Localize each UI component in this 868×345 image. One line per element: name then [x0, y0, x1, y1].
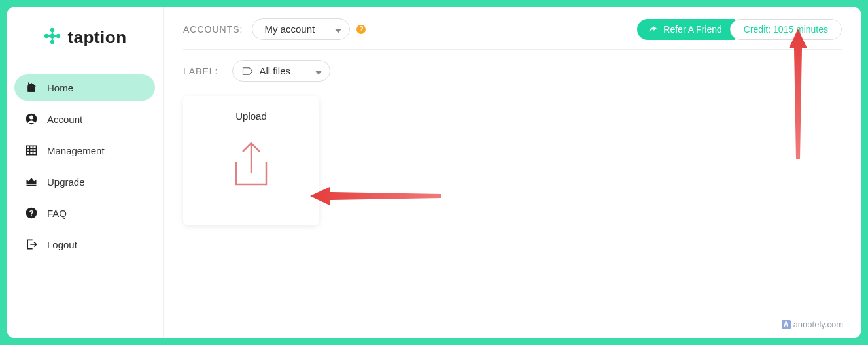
sidebar-item-logout[interactable]: Logout	[14, 231, 155, 257]
watermark-text: annotely.com	[793, 320, 843, 329]
refer-friend-label: Refer A Friend	[663, 24, 722, 35]
account-dropdown[interactable]: My account	[252, 18, 350, 40]
sidebar-item-label: Account	[47, 114, 82, 125]
accounts-label: ACCOUNTS:	[183, 24, 243, 35]
credit-label: Credit: 1015 minutes	[744, 24, 828, 35]
sidebar-item-account[interactable]: Account	[14, 106, 155, 132]
help-icon[interactable]: ?	[356, 25, 366, 34]
sidebar: taption Home Account Management	[7, 7, 164, 338]
faq-icon: ?	[25, 206, 38, 220]
label-label: LABEL:	[183, 66, 218, 76]
content-area: Upload	[183, 96, 842, 225]
topbar-left: ACCOUNTS: My account ?	[183, 18, 366, 40]
svg-rect-13	[27, 146, 37, 154]
upload-card[interactable]: Upload	[183, 96, 319, 225]
svg-rect-9	[28, 83, 29, 85]
label-dropdown[interactable]: All files	[232, 60, 330, 82]
nav: Home Account Management Upgrade	[7, 74, 163, 263]
sidebar-item-faq[interactable]: ? FAQ	[14, 200, 155, 226]
svg-rect-18	[27, 185, 37, 186]
sidebar-item-label: Management	[47, 145, 105, 156]
logout-icon	[25, 238, 38, 251]
topbar-right: Refer A Friend Credit: 1015 minutes	[637, 19, 842, 40]
logo-icon	[43, 26, 62, 48]
watermark-icon: A	[782, 320, 791, 329]
topbar: ACCOUNTS: My account ? Refer A Friend Cr…	[183, 18, 842, 50]
label-dropdown-value: All files	[259, 65, 290, 76]
upgrade-icon	[25, 175, 38, 188]
logo-text: taption	[67, 27, 126, 48]
svg-text:?: ?	[29, 208, 33, 217]
sidebar-item-label: Logout	[47, 239, 77, 250]
management-icon	[25, 144, 38, 157]
app-frame: taption Home Account Management	[7, 7, 861, 338]
sidebar-item-label: FAQ	[47, 208, 67, 219]
account-dropdown-value: My account	[264, 24, 315, 35]
sidebar-item-home[interactable]: Home	[14, 74, 155, 101]
upload-icon	[231, 140, 271, 191]
sidebar-item-management[interactable]: Management	[14, 137, 155, 163]
account-icon	[25, 112, 38, 125]
upload-title: Upload	[235, 110, 267, 122]
svg-point-12	[29, 116, 33, 120]
svg-rect-7	[27, 86, 35, 91]
share-icon	[648, 24, 658, 35]
home-icon	[25, 81, 38, 94]
main-content: ACCOUNTS: My account ? Refer A Friend Cr…	[164, 7, 861, 338]
sidebar-item-label: Upgrade	[47, 176, 85, 188]
credit-badge[interactable]: Credit: 1015 minutes	[730, 19, 842, 40]
refer-friend-button[interactable]: Refer A Friend	[637, 19, 735, 40]
tag-icon	[242, 67, 254, 76]
chevron-down-icon	[335, 24, 341, 35]
sidebar-item-label: Home	[47, 82, 73, 93]
chevron-down-icon	[315, 65, 322, 76]
sidebar-item-upgrade[interactable]: Upgrade	[14, 169, 155, 195]
watermark: A annotely.com	[782, 320, 843, 329]
logo: taption	[7, 26, 163, 48]
filter-row: LABEL: All files	[183, 50, 842, 92]
